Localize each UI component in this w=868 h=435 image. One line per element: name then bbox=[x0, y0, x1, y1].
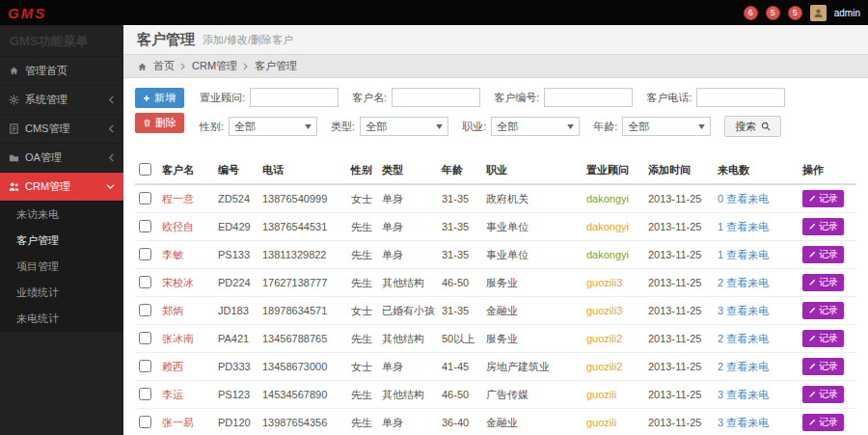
row-checkbox[interactable] bbox=[139, 192, 151, 204]
record-button[interactable]: 记录 bbox=[802, 274, 844, 291]
customer-name-link[interactable]: 欧径自 bbox=[162, 221, 194, 232]
age-filter-label: 年龄: bbox=[593, 120, 617, 134]
row-checkbox[interactable] bbox=[139, 416, 151, 428]
person-icon bbox=[813, 8, 824, 18]
age-select[interactable]: 全部 bbox=[622, 117, 711, 136]
messages-badge[interactable]: 5 bbox=[766, 6, 780, 20]
menu-label: 管理首页 bbox=[25, 64, 68, 78]
customer-job: 事业单位 bbox=[482, 241, 583, 269]
chevron-left-icon bbox=[108, 153, 115, 162]
sidebar-title: GMS功能菜单 bbox=[0, 25, 123, 56]
gender-select[interactable]: 全部 bbox=[229, 117, 317, 136]
customer-type: 其他结构 bbox=[378, 325, 438, 353]
customer-age: 31-35 bbox=[438, 184, 482, 213]
customer-job: 房地产建筑业 bbox=[482, 353, 583, 381]
customer-gender: 先生 bbox=[347, 409, 378, 435]
customer-name-filter-input[interactable] bbox=[392, 88, 480, 107]
view-calls-link[interactable]: 查看来电 bbox=[726, 277, 769, 288]
customer-name-link[interactable]: 李运 bbox=[162, 389, 183, 400]
sidebar-item-cms[interactable]: CMS管理 bbox=[0, 114, 123, 143]
customer-name-link[interactable]: 李敏 bbox=[162, 249, 183, 260]
record-button[interactable]: 记录 bbox=[802, 386, 844, 403]
breadcrumb-crm[interactable]: CRM管理 bbox=[192, 59, 237, 73]
customer-phone-filter-input[interactable] bbox=[696, 88, 785, 107]
submenu-item-call-stats[interactable]: 来电统计 bbox=[0, 306, 123, 332]
type-select-value: 全部 bbox=[366, 120, 387, 134]
customer-name-link[interactable]: 宋校冰 bbox=[162, 277, 194, 288]
customer-phone: 13458673000 bbox=[258, 353, 347, 381]
age-select-value: 全部 bbox=[628, 120, 649, 134]
type-select[interactable]: 全部 bbox=[360, 117, 448, 136]
tasks-badge[interactable]: 6 bbox=[744, 6, 758, 20]
filter-panel: 新增 删除 置业顾问: 客户名: bbox=[135, 88, 856, 146]
search-icon bbox=[761, 122, 771, 131]
call-count: 1 bbox=[718, 221, 723, 232]
alerts-count: 5 bbox=[793, 8, 798, 17]
view-calls-link[interactable]: 查看来电 bbox=[726, 249, 769, 260]
gender-filter: 性别: 全部 bbox=[200, 117, 317, 136]
record-button[interactable]: 记录 bbox=[802, 330, 844, 347]
customer-name-link[interactable]: 郑炳 bbox=[162, 305, 183, 316]
customer-name-link[interactable]: 程一意 bbox=[162, 193, 194, 204]
row-checkbox[interactable] bbox=[139, 304, 151, 316]
customer-code-filter-input[interactable] bbox=[544, 88, 633, 107]
customer-name-link[interactable]: 赖西 bbox=[162, 361, 183, 372]
customer-name-link[interactable]: 张一易 bbox=[162, 417, 194, 428]
call-count: 3 bbox=[718, 305, 723, 316]
row-checkbox[interactable] bbox=[139, 332, 151, 344]
menu-label: CMS管理 bbox=[25, 122, 69, 136]
submenu-item-performance[interactable]: 业绩统计 bbox=[0, 280, 123, 306]
view-calls-link[interactable]: 查看来电 bbox=[726, 389, 769, 400]
column-header-5: 年龄 bbox=[438, 157, 482, 184]
row-checkbox[interactable] bbox=[139, 248, 151, 260]
sidebar-item-crm[interactable]: CRM管理 bbox=[0, 172, 123, 201]
alerts-badge[interactable]: 5 bbox=[788, 6, 802, 20]
delete-button[interactable]: 删除 bbox=[135, 113, 184, 133]
table-row: 程一意ZD52413876540999女士单身31-35政府机关dakongyi… bbox=[135, 184, 856, 213]
customer-code: JD183 bbox=[214, 297, 258, 325]
submenu-item-customers[interactable]: 客户管理 bbox=[0, 228, 123, 254]
customer-added-date: 2013-11-25 bbox=[644, 184, 714, 213]
record-button[interactable]: 记录 bbox=[802, 218, 844, 235]
customer-gender: 先生 bbox=[347, 325, 378, 353]
row-checkbox[interactable] bbox=[139, 360, 151, 372]
customer-type: 单身 bbox=[378, 409, 438, 435]
select-all-checkbox[interactable] bbox=[139, 163, 151, 176]
sidebar-item-system[interactable]: 系统管理 bbox=[0, 85, 123, 114]
record-button[interactable]: 记录 bbox=[802, 246, 844, 263]
record-button-label: 记录 bbox=[819, 416, 838, 429]
search-button[interactable]: 搜索 bbox=[724, 116, 781, 137]
submenu-item-incoming[interactable]: 来访来电 bbox=[0, 202, 123, 228]
row-checkbox[interactable] bbox=[139, 276, 151, 288]
customer-name-link[interactable]: 张冰南 bbox=[162, 333, 194, 344]
record-button[interactable]: 记录 bbox=[802, 358, 844, 375]
view-calls-link[interactable]: 查看来电 bbox=[726, 193, 769, 204]
view-calls-link[interactable]: 查看来电 bbox=[726, 361, 769, 372]
plus-icon bbox=[143, 95, 150, 102]
sidebar-item-oa[interactable]: OA管理 bbox=[0, 143, 123, 172]
job-select[interactable]: 全部 bbox=[491, 117, 580, 136]
breadcrumb-home[interactable]: 首页 bbox=[153, 59, 175, 73]
column-header-10: 操作 bbox=[799, 157, 856, 184]
sidebar-item-home[interactable]: 管理首页 bbox=[0, 56, 123, 85]
user-avatar[interactable] bbox=[810, 5, 827, 21]
add-button[interactable]: 新增 bbox=[135, 88, 184, 108]
row-checkbox[interactable] bbox=[139, 388, 151, 400]
view-calls-link[interactable]: 查看来电 bbox=[726, 417, 769, 428]
call-count: 2 bbox=[718, 277, 723, 288]
view-calls-link[interactable]: 查看来电 bbox=[726, 333, 769, 344]
app-logo[interactable]: GMS bbox=[0, 5, 123, 21]
row-checkbox[interactable] bbox=[139, 220, 151, 232]
record-button[interactable]: 记录 bbox=[802, 414, 844, 431]
content-panel: 新增 删除 置业顾问: 客户名: bbox=[123, 78, 868, 435]
record-button[interactable]: 记录 bbox=[802, 302, 844, 319]
page-header: 客户管理 添加/修改/删除客户 bbox=[123, 25, 868, 54]
pencil-icon bbox=[808, 223, 816, 231]
record-button[interactable]: 记录 bbox=[802, 190, 844, 207]
view-calls-link[interactable]: 查看来电 bbox=[726, 221, 769, 232]
customer-added-date: 2013-11-25 bbox=[644, 381, 714, 409]
customer-type: 其他结构 bbox=[378, 381, 438, 409]
view-calls-link[interactable]: 查看来电 bbox=[726, 305, 769, 316]
consultant-filter-input[interactable] bbox=[250, 88, 339, 107]
submenu-item-projects[interactable]: 项目管理 bbox=[0, 254, 123, 280]
